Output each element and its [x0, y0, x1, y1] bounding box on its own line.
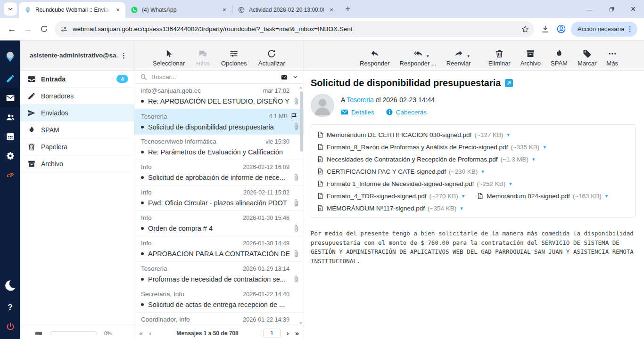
search-input[interactable]: Buscar... [151, 73, 276, 81]
recipient-link[interactable]: Tesoreria [347, 96, 374, 104]
profile-button[interactable] [553, 21, 569, 37]
folder-item[interactable]: Papelera [20, 138, 134, 155]
dropdown-caret-icon[interactable]: ▾ [427, 54, 429, 58]
MEMORÁNDUM Nº117-signed.pdf[interactable]: MEMORÁNDUM Nº117-signed.pdf (~354 KB) ▾ [317, 204, 463, 212]
logout-icon-button[interactable] [0, 317, 20, 336]
tab-whatsapp[interactable]: (4) WhatsApp × [125, 2, 232, 18]
folder-item[interactable]: SPAM [20, 121, 134, 138]
folder-item[interactable]: Borradores [20, 88, 134, 105]
roundcube-logo[interactable] [0, 44, 20, 69]
attachment-name[interactable]: Formato 1_Informe de Necesidad-signed-si… [327, 180, 474, 187]
mail-toolbar-button[interactable]: ▾ Marcar [578, 49, 596, 67]
mail-toolbar-button[interactable]: ▾ SPAM [551, 49, 568, 67]
tab-search-button[interactable] [4, 2, 17, 16]
tab-actividad[interactable]: Actividad 2026-02-20 13:00:00 × [232, 2, 339, 18]
reload-button[interactable] [36, 21, 52, 37]
Memorándum DE CERTIFICACION 030-signed.pdf[interactable]: Memorándum DE CERTIFICACION 030-signed.p… [317, 131, 510, 138]
message-row[interactable]: Info 2026-01-30 14:49 APROBACION PARA LA… [134, 236, 304, 262]
list-toolbar-button[interactable]: Hilos [196, 49, 210, 67]
Formato 1_Informe de Necesidad-signed-signed.pdf[interactable]: Formato 1_Informe de Necesidad-signed-si… [317, 180, 512, 187]
folder-item[interactable]: Entrada 4 [20, 71, 134, 88]
attachment-menu-icon[interactable]: ▾ [481, 169, 484, 175]
tab-close-icon[interactable]: × [221, 6, 228, 14]
message-row[interactable]: Coordinador, Info 2026-01-22 14:39 [134, 313, 304, 327]
folder-item[interactable]: Enviados [20, 105, 134, 121]
contacts-icon-button[interactable] [0, 107, 20, 127]
compose-icon-button[interactable] [0, 69, 20, 88]
back-button[interactable]: ← [4, 21, 20, 37]
search-options-chevron-icon[interactable] [293, 74, 298, 80]
last-page-button[interactable]: » [295, 330, 299, 337]
Memorándum 024-signed.pdf[interactable]: Memorándum 024-signed.pdf (~163 KB) ▾ [477, 192, 608, 200]
window-minimize-button[interactable]: — [579, 0, 601, 18]
action-necessary-button[interactable]: Acción necesaria ⋮ [571, 22, 637, 37]
message-row[interactable]: Tecnoserviweb Informática vie 15:30 Re: … [134, 135, 304, 160]
attachment-menu-icon[interactable]: ▾ [462, 193, 465, 199]
message-row[interactable]: Info 2026-01-30 15:46 Orden de compra # … [134, 211, 304, 236]
list-toolbar-button[interactable]: Opciones [221, 49, 247, 67]
scroll-up-icon[interactable]: ▲ [299, 85, 303, 89]
account-menu-icon[interactable]: ⋮ [117, 51, 130, 60]
search-scope-mail-icon[interactable] [280, 74, 289, 81]
folder-item[interactable]: Archivo [20, 155, 134, 172]
tab-roundcube[interactable]: Roundcube Webmail :: Enviados × [19, 2, 125, 18]
window-close-button[interactable]: × [622, 0, 644, 18]
attachment-name[interactable]: Memorándum DE CERTIFICACION 030-signed.p… [327, 131, 471, 138]
Formato_8_Razón de Proformas y Análisis de Precio-signed.pdf[interactable]: Formato_8_Razón de Proformas y Análisis … [317, 143, 546, 151]
list-scrollbar[interactable] [300, 91, 303, 152]
search-bar[interactable]: Buscar... [134, 71, 304, 84]
attachment-name[interactable]: MEMORÁNDUM Nº117-signed.pdf [327, 205, 425, 212]
prev-page-button[interactable]: ‹ [149, 330, 151, 337]
attachment-name[interactable]: Memorándum 024-signed.pdf [487, 193, 570, 200]
message-row[interactable]: Info 2026-02-11 15:02 Fwd: Oficio Circul… [134, 186, 304, 211]
new-tab-button[interactable]: + [342, 3, 354, 15]
address-bar[interactable]: webmail.sanjuan.gob.ec/cpsess1364244002/… [55, 21, 534, 37]
downloads-button[interactable] [537, 21, 553, 37]
attachment-menu-icon[interactable]: ▾ [532, 156, 535, 162]
first-page-button[interactable]: « [139, 330, 143, 337]
attachment-menu-icon[interactable]: ▾ [509, 181, 512, 187]
mail-toolbar-button[interactable]: ▾ Eliminar [488, 49, 511, 67]
tab-close-icon[interactable]: × [328, 6, 335, 14]
attachment-name[interactable]: Formato_8_Razón de Proformas y Análisis … [327, 144, 508, 151]
settings-icon-button[interactable] [0, 146, 20, 165]
url-text[interactable]: webmail.sanjuan.gob.ec/cpsess1364244002/… [73, 25, 521, 32]
mail-toolbar-button[interactable]: ▾ Responder [360, 49, 390, 67]
cpanel-icon-button[interactable]: cP [0, 165, 20, 185]
mail-toolbar-button[interactable]: ▾ Más [606, 49, 618, 67]
message-row[interactable]: Secretaria, Info 2026-01-22 14:40 Solici… [134, 287, 304, 313]
mail-toolbar-button[interactable]: ▾ Reenviar [446, 49, 471, 67]
scroll-down-icon[interactable]: ▼ [299, 321, 303, 325]
message-row[interactable]: Info 2026-02-12 16:09 Solicitud de aprob… [134, 160, 304, 186]
calendar-icon-button[interactable] [0, 127, 20, 146]
tab-close-icon[interactable]: × [114, 6, 122, 14]
Necesidades de Contratación y Recepción de Proformas.pdf[interactable]: Necesidades de Contratación y Recepción … [317, 155, 535, 163]
attachment-menu-icon[interactable]: ▾ [543, 144, 546, 150]
browser-menu-icon[interactable]: ⋮ [624, 25, 636, 33]
CERTIFICACION PAC Y CATE-signed.pdf[interactable]: CERTIFICACION PAC Y CATE-signed.pdf (~23… [317, 168, 484, 175]
window-restore-button[interactable] [601, 0, 622, 18]
attachment-name[interactable]: Necesidades de Contratación y Recepción … [327, 156, 497, 163]
open-in-new-window-icon[interactable] [505, 79, 513, 87]
dropdown-caret-icon[interactable]: ▾ [467, 54, 470, 58]
site-settings-icon[interactable] [60, 25, 68, 33]
flag-icon[interactable] [290, 113, 298, 120]
attachment-name[interactable]: Formato_4_TDR-signed-signed.pdf [327, 193, 427, 200]
mail-toolbar-button[interactable]: ▾ Archivo [520, 49, 541, 67]
attachment-menu-icon[interactable]: ▾ [605, 193, 608, 199]
page-number-input[interactable]: 1 [264, 329, 281, 338]
message-row[interactable]: Tesoreria 4.1 MB Solicitud de disponibil… [134, 109, 304, 135]
list-toolbar-button[interactable]: Actualizar [258, 49, 285, 67]
message-row[interactable]: info@sanjuan.gob.ec mar 17:02 Re: APROBA… [134, 84, 304, 109]
attachment-menu-icon[interactable]: ▾ [460, 205, 463, 211]
next-page-button[interactable]: › [287, 330, 289, 337]
list-toolbar-button[interactable]: Seleccionar [153, 49, 185, 67]
dark-mode-icon-button[interactable] [0, 273, 20, 298]
details-link[interactable]: Detalles [341, 108, 374, 116]
forward-button[interactable]: → [20, 21, 36, 37]
attachment-menu-icon[interactable]: ▾ [507, 132, 510, 138]
bookmark-star-icon[interactable] [521, 25, 529, 33]
mail-icon-button[interactable] [0, 88, 20, 107]
attachment-name[interactable]: CERTIFICACION PAC Y CATE-signed.pdf [327, 168, 446, 175]
Formato_4_TDR-signed-signed.pdf[interactable]: Formato_4_TDR-signed-signed.pdf (~270 KB… [317, 192, 464, 200]
